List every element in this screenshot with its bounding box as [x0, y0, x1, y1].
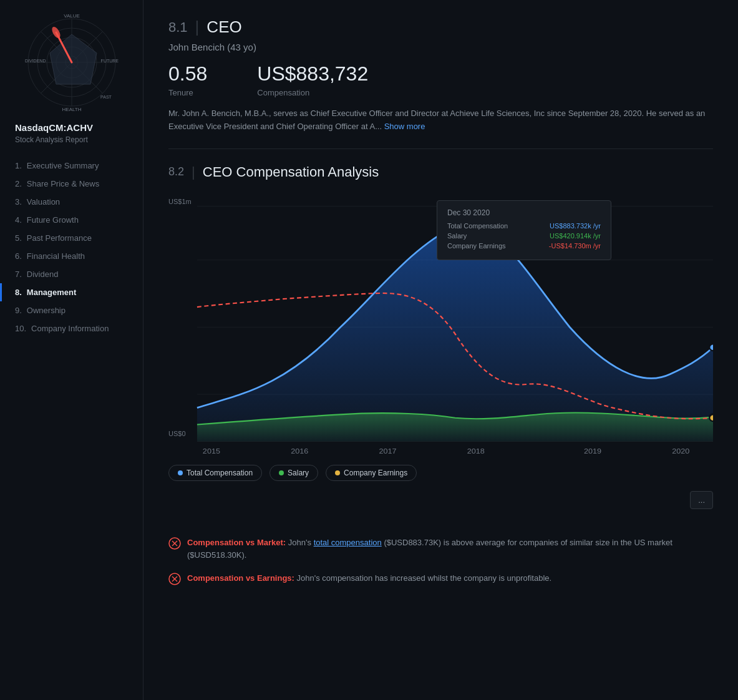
- ceo-section-num: 8.1: [168, 19, 188, 36]
- y-label-top: US$1m: [168, 198, 192, 205]
- tooltip-company-earnings: Company Earnings -US$14.730m /yr: [447, 242, 601, 250]
- compensation-metric: US$883,732 Compensation: [257, 62, 368, 97]
- insight-compensation-vs-earnings: Compensation vs Earnings: John's compens…: [168, 572, 713, 585]
- sidebar-item-management[interactable]: 8.Management: [0, 283, 143, 301]
- sidebar-item-company-info[interactable]: 10.Company Information: [0, 319, 143, 338]
- svg-text:VALUE: VALUE: [64, 13, 80, 19]
- insight-market-text: Compensation vs Market: John's total com…: [187, 537, 713, 563]
- compensation-section-title: CEO Compensation Analysis: [203, 164, 379, 180]
- sidebar-item-financial-health[interactable]: 6.Financial Health: [0, 247, 143, 265]
- main-content: 8.1 | CEO John Bencich (43 yo) 0.58 Tenu…: [143, 0, 738, 700]
- sidebar-item-valuation[interactable]: 3.Valuation: [0, 193, 143, 211]
- insight-compensation-vs-market: Compensation vs Market: John's total com…: [168, 537, 713, 563]
- svg-text:PAST: PAST: [100, 95, 112, 99]
- compensation-chart: US$1m Dec 30 2020 Total Compensation US$…: [168, 193, 713, 455]
- tenure-value: 0.58: [168, 62, 207, 85]
- ceo-bio: Mr. John A. Bencich, M.B.A., serves as C…: [168, 107, 713, 134]
- ceo-name: John Bencich (43 yo): [168, 42, 713, 52]
- svg-marker-9: [50, 34, 97, 84]
- svg-text:2020: 2020: [672, 447, 689, 455]
- nav-list: 1.Executive Summary 2.Share Price & News…: [0, 157, 143, 338]
- warning-icon: [168, 537, 181, 550]
- insight-earnings-title: Compensation vs Earnings:: [187, 573, 294, 583]
- insight-market-title: Compensation vs Market:: [187, 538, 286, 547]
- svg-text:2019: 2019: [584, 447, 601, 455]
- legend-company-earnings[interactable]: Company Earnings: [326, 465, 417, 481]
- legend-company-earnings-label: Company Earnings: [344, 469, 407, 477]
- tenure-label: Tenure: [168, 88, 207, 97]
- sidebar-item-past-performance[interactable]: 5.Past Performance: [0, 229, 143, 247]
- dot-blue: [178, 470, 183, 475]
- svg-text:2017: 2017: [379, 447, 396, 455]
- show-more-link[interactable]: Show more: [384, 122, 425, 131]
- insight-earnings-body: John's compensation has increased whilst…: [297, 573, 552, 583]
- radar-chart: VALUE FUTURE DIVIDEND HEALTH PAST: [22, 12, 122, 112]
- insight-earnings-text: Compensation vs Earnings: John's compens…: [187, 572, 551, 585]
- svg-text:FUTURE: FUTURE: [100, 59, 119, 63]
- svg-text:HEALTH: HEALTH: [62, 107, 81, 112]
- dot-teal: [279, 470, 284, 475]
- sidebar-item-executive-summary[interactable]: 1.Executive Summary: [0, 157, 143, 175]
- svg-point-11: [50, 26, 62, 39]
- compensation-section-header: 8.2 | CEO Compensation Analysis: [168, 164, 713, 180]
- svg-point-25: [709, 414, 713, 421]
- svg-text:2015: 2015: [203, 447, 220, 455]
- sidebar: VALUE FUTURE DIVIDEND HEALTH PAST Nasdaq…: [0, 0, 143, 700]
- insight-market-highlight[interactable]: total compensation: [314, 538, 382, 547]
- dot-orange: [335, 470, 340, 475]
- compensation-value: US$883,732: [257, 62, 368, 85]
- ceo-section-title: CEO: [206, 17, 241, 37]
- y-label-bottom: US$0: [168, 430, 186, 437]
- tooltip-total-comp: Total Compensation US$883.732k /yr: [447, 222, 601, 230]
- section-divider: [168, 148, 713, 149]
- svg-text:2016: 2016: [291, 447, 308, 455]
- compensation-section-num: 8.2: [168, 165, 184, 178]
- sidebar-item-ownership[interactable]: 9.Ownership: [0, 301, 143, 319]
- svg-text:2018: 2018: [467, 447, 485, 455]
- chart-tooltip: Dec 30 2020 Total Compensation US$883.73…: [437, 200, 611, 260]
- tenure-metric: 0.58 Tenure: [168, 62, 207, 97]
- more-button[interactable]: ...: [690, 491, 713, 509]
- tooltip-salary: Salary US$420.914k /yr: [447, 232, 601, 240]
- compensation-label: Compensation: [257, 88, 368, 97]
- metrics-row: 0.58 Tenure US$883,732 Compensation: [168, 62, 713, 97]
- tooltip-date: Dec 30 2020: [447, 208, 601, 217]
- legend-salary-label: Salary: [288, 469, 309, 477]
- ceo-section-header: 8.1 | CEO: [168, 17, 713, 37]
- legend-salary[interactable]: Salary: [269, 465, 318, 481]
- sidebar-item-future-growth[interactable]: 4.Future Growth: [0, 211, 143, 229]
- stock-subtitle: Stock Analysis Report: [0, 135, 143, 144]
- legend-total-compensation-label: Total Compensation: [187, 469, 253, 477]
- stock-ticker: NasdaqCM:ACHV: [0, 122, 143, 133]
- sidebar-item-share-price[interactable]: 2.Share Price & News: [0, 175, 143, 193]
- legend-total-compensation[interactable]: Total Compensation: [168, 465, 262, 481]
- svg-text:DIVIDEND: DIVIDEND: [25, 59, 46, 63]
- warning-icon-2: [168, 573, 181, 585]
- sidebar-item-dividend[interactable]: 7.Dividend: [0, 265, 143, 283]
- chart-legend: Total Compensation Salary Company Earnin…: [168, 465, 713, 481]
- radar-svg: VALUE FUTURE DIVIDEND HEALTH PAST: [22, 12, 122, 112]
- svg-point-23: [709, 344, 713, 351]
